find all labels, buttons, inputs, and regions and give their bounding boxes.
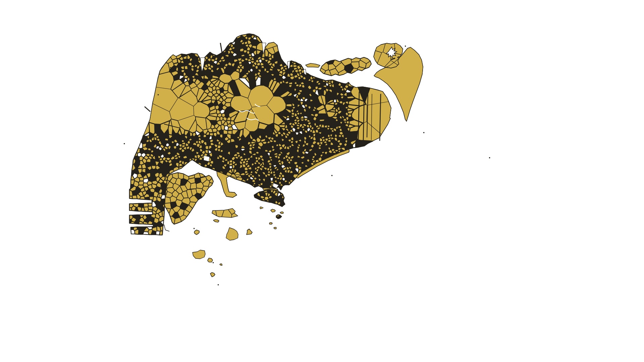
map-vector bbox=[0, 0, 557, 289]
